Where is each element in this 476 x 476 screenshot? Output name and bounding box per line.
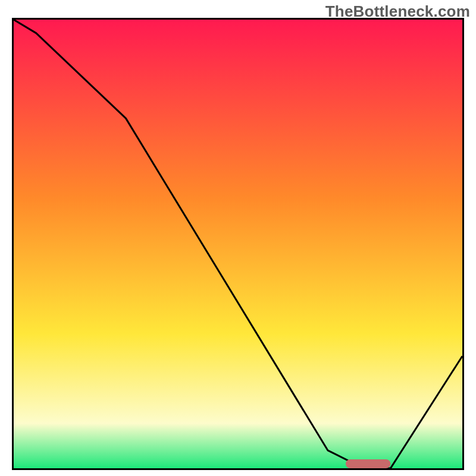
optimal-range-marker bbox=[346, 459, 390, 468]
chart-svg bbox=[14, 20, 462, 468]
chart-area bbox=[12, 18, 464, 470]
gradient-background bbox=[14, 20, 462, 468]
